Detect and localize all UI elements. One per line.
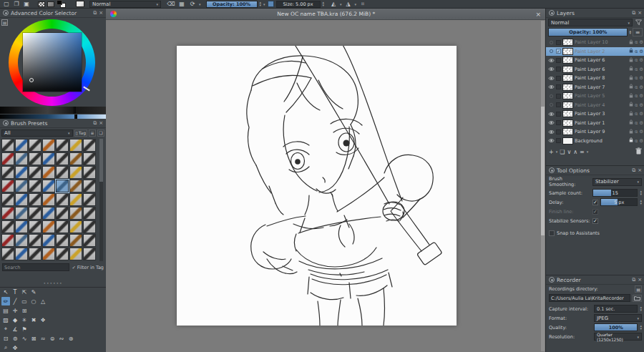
brush-preset-thumbnail[interactable] — [1, 207, 14, 220]
close-panel-icon[interactable]: × — [638, 168, 642, 173]
alpha-lock-icon[interactable]: α — [635, 102, 638, 108]
layer-select-checkbox[interactable] — [556, 112, 561, 117]
canvas[interactable] — [177, 46, 457, 326]
filter-icon[interactable] — [634, 19, 643, 26]
layer-select-checkbox[interactable] — [556, 102, 561, 107]
layer-row[interactable]: ✓Paint Layer 2α⚙ — [546, 47, 644, 57]
brush-preset-thumbnail[interactable] — [15, 180, 28, 192]
layer-settings-icon[interactable]: ⚙ — [639, 111, 643, 117]
brush-preset-thumbnail[interactable] — [83, 220, 96, 233]
freehand-brush-tool-icon[interactable]: ✏ — [1, 297, 10, 305]
quality-slider[interactable]: 100% — [594, 323, 638, 331]
brush-preset-thumbnail[interactable] — [83, 180, 96, 192]
brush-preset-thumbnail[interactable] — [15, 220, 28, 233]
brush-preset-thumbnail[interactable] — [15, 152, 28, 165]
lock-icon[interactable] — [629, 111, 633, 117]
add-layer-button[interactable]: + — [549, 149, 554, 155]
layer-visibility-icon[interactable] — [547, 84, 555, 89]
document-titlebar[interactable]: New OC name TBA.kra (676.2 MiB) * × — [106, 9, 545, 20]
layer-visibility-icon[interactable] — [547, 76, 555, 81]
brush-preset-thumbnail[interactable] — [1, 166, 14, 179]
layer-blending-mode-dropdown[interactable]: Normal ▾ — [548, 19, 633, 26]
brush-preset-thumbnail[interactable] — [42, 207, 55, 220]
brush-preset-thumbnail[interactable] — [42, 193, 55, 206]
layer-settings-icon[interactable]: ⚙ — [639, 84, 643, 90]
brush-preset-thumbnail[interactable] — [15, 248, 28, 260]
layer-select-checkbox[interactable] — [556, 58, 561, 63]
move-layer-up-button[interactable]: ∧ — [573, 149, 577, 155]
opacity-slider[interactable]: Opacity: 100% — [206, 1, 258, 8]
line-tool-icon[interactable]: ╱ — [11, 297, 19, 305]
brush-preset-thumbnail[interactable] — [1, 193, 14, 206]
brush-editor-button[interactable] — [76, 1, 84, 8]
contiguous-select-tool-icon[interactable]: ∾ — [57, 334, 66, 343]
layer-visibility-icon[interactable] — [547, 94, 555, 99]
brush-preset-thumbnail[interactable] — [29, 180, 42, 192]
reload-preset-icon[interactable]: ⟳ — [188, 1, 197, 8]
quality-stepper[interactable]: ▴▾ — [640, 325, 642, 330]
layer-select-checkbox[interactable] — [556, 84, 561, 89]
delay-slider[interactable]: 5 px — [600, 198, 638, 206]
eraser-mode-icon[interactable]: ⌫ — [167, 1, 175, 8]
flow-swatch[interactable] — [268, 1, 274, 7]
snap-to-assistants-checkbox[interactable] — [549, 230, 555, 236]
brush-preset-thumbnail[interactable] — [69, 207, 82, 220]
layer-opacity-slider[interactable]: Opacity: 100% — [548, 28, 628, 36]
stabilize-sensors-checkbox[interactable]: ✓ — [592, 218, 598, 224]
layers-menu-button[interactable]: ≡ — [633, 28, 643, 36]
brush-preset-thumbnail[interactable] — [29, 139, 42, 152]
brush-preset-thumbnail[interactable] — [1, 180, 14, 192]
value-strip[interactable] — [0, 107, 106, 114]
measure-tool-icon[interactable]: ∡ — [11, 325, 19, 333]
preset-filter-dropdown[interactable]: All ▾ — [1, 129, 73, 137]
presets-menu-button[interactable]: ≡ — [89, 129, 96, 137]
layer-opacity-stepper[interactable]: ▴▾ — [629, 30, 631, 35]
alpha-lock-icon[interactable]: α — [635, 75, 638, 81]
brush-preset-thumbnail[interactable] — [42, 180, 55, 192]
brush-preset-thumbnail[interactable] — [29, 166, 42, 179]
brush-preset-thumbnail[interactable] — [29, 234, 42, 247]
delete-layer-button[interactable] — [635, 147, 642, 156]
layer-visibility-icon[interactable] — [547, 129, 555, 135]
recordings-directory-input[interactable] — [549, 294, 630, 302]
brush-preset-thumbnail[interactable] — [83, 139, 96, 152]
move-tool-icon[interactable]: ✛ — [11, 306, 19, 315]
layer-settings-icon[interactable]: ⚙ — [639, 75, 643, 81]
brush-preset-thumbnail[interactable] — [15, 139, 28, 152]
zoom-tool-icon[interactable]: ⌕ — [1, 343, 10, 352]
resolution-dropdown[interactable]: Quarter (1250x1250) ▾ — [594, 333, 642, 341]
alpha-lock-icon[interactable]: α — [635, 120, 638, 126]
float-panel-icon[interactable]: ⧉ — [93, 121, 97, 126]
alpha-lock-icon[interactable]: α — [635, 111, 638, 117]
brush-preset-thumbnail[interactable] — [56, 193, 69, 206]
gradient-tool-icon[interactable]: ▤ — [1, 306, 10, 315]
brush-preset-thumbnail[interactable] — [15, 207, 28, 220]
lock-icon[interactable] — [629, 66, 633, 72]
layer-row[interactable]: Paint Layer 1α⚙ — [546, 119, 644, 128]
layer-row[interactable]: Paint Layer 7α⚙ — [546, 83, 644, 92]
brush-preset-thumbnail[interactable] — [83, 152, 96, 165]
brush-preset-thumbnail[interactable] — [83, 234, 96, 247]
brush-preset-thumbnail[interactable] — [56, 152, 69, 165]
move-layer-down-button[interactable]: ∨ — [567, 149, 571, 155]
brush-smoothing-dropdown[interactable]: Stabilizer ▾ — [592, 178, 642, 186]
export-recording-icon[interactable]: ▤ — [635, 285, 642, 293]
alpha-lock-icon[interactable]: α — [635, 67, 638, 72]
fg-bg-color-swatch[interactable] — [57, 0, 66, 8]
color-sampler-tool-icon[interactable]: ◆ — [11, 316, 19, 324]
layer-settings-icon[interactable]: ⚙ — [639, 39, 643, 45]
brush-preset-thumbnail[interactable] — [29, 193, 42, 206]
close-panel-icon[interactable]: × — [638, 11, 642, 16]
brush-preset-thumbnail[interactable] — [83, 207, 96, 220]
brush-preset-thumbnail[interactable] — [69, 139, 82, 152]
brush-preset-thumbnail[interactable] — [42, 248, 55, 260]
alpha-lock-icon[interactable]: α — [635, 49, 638, 54]
close-document-icon[interactable]: × — [535, 11, 541, 18]
brush-preset-thumbnail[interactable] — [56, 139, 69, 152]
chevron-down-icon[interactable]: ▾ — [556, 150, 558, 154]
layer-row[interactable]: Paint Layer 10α⚙ — [546, 38, 644, 47]
lock-icon[interactable] — [629, 102, 633, 108]
brush-preset-thumbnail[interactable] — [83, 248, 96, 260]
brush-preset-thumbnail[interactable] — [1, 220, 14, 233]
brush-preset-thumbnail[interactable] — [69, 220, 82, 233]
